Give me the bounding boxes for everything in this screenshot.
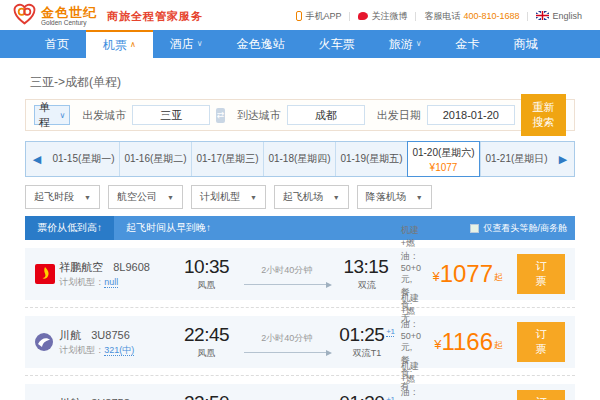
- hotline: 客服电话 400-810-1688: [416, 10, 527, 23]
- filter-arrival-airport[interactable]: 降落机场 ▼: [357, 185, 432, 209]
- nav-label: 火车票: [319, 30, 355, 58]
- weibo-label: 关注微博: [371, 10, 407, 23]
- next-dates-arrow-icon[interactable]: ▶: [552, 142, 574, 176]
- nav-item-lounge[interactable]: 金色逸站: [220, 30, 302, 58]
- depart-date-input[interactable]: [427, 105, 515, 125]
- page: 金色世纪 Golden Century 商旅全程管家服务 手机APP 关注微博 …: [0, 0, 600, 400]
- logo-en: Golden Century: [41, 20, 97, 27]
- dropdown-arrow-icon: ▼: [84, 194, 91, 201]
- nav-item-train[interactable]: 火车票: [302, 30, 372, 58]
- book-button[interactable]: 订票: [517, 322, 565, 362]
- main-nav: 首页 机票 ∧ 酒店 ∨ 金色逸站 火车票 旅游 ∨ 金卡 商城: [0, 30, 600, 58]
- nav-label: 机票: [103, 32, 127, 58]
- flight-list: 祥鹏航空8L9608 计划机型：null 10:35 凤凰 2小时40分钟 13…: [25, 248, 575, 308]
- flight-number: 8L9608: [113, 261, 150, 273]
- depart-city-label: 出发城市: [82, 108, 126, 123]
- top-links: 手机APP 关注微博 客服电话 400-810-1688: [288, 10, 590, 23]
- hotline-number: 400-810-1688: [463, 11, 519, 21]
- date-tab-0121[interactable]: 01-21(星期日): [480, 142, 552, 176]
- next-day-badge: +1: [386, 395, 394, 400]
- currency-symbol: ¥: [434, 337, 441, 352]
- book-button[interactable]: 订票: [517, 254, 565, 294]
- airline-name: 祥鹏航空: [59, 261, 103, 273]
- trip-type-select[interactable]: 单程 ∨: [34, 105, 70, 125]
- price: ¥1077起: [421, 262, 503, 286]
- date-tab-0120-selected[interactable]: 01-20(星期六) ¥1077: [407, 141, 480, 177]
- date-tab-label: 01-19(星期五): [340, 152, 402, 166]
- search-form: 单程 ∨ 出发城市 ⇄ 到达城市 出发日期 重新搜索: [25, 99, 575, 131]
- aircraft-type-link[interactable]: 321(中): [104, 345, 134, 356]
- arrival-airport: 双流: [337, 279, 397, 292]
- nav-label: 商城: [514, 30, 538, 58]
- heart-logo-icon: [12, 3, 37, 29]
- divider: [25, 307, 575, 308]
- date-tab-price: ¥1077: [430, 162, 458, 173]
- arrival-time: 01:25+1: [337, 324, 397, 346]
- date-tab-label: 01-15(星期一): [52, 152, 114, 166]
- swap-cities-icon[interactable]: ⇄: [216, 108, 225, 123]
- top-header: 金色世纪 Golden Century 商旅全程管家服务 手机APP 关注微博 …: [0, 0, 600, 30]
- arrival-airport: 双流T1: [337, 347, 397, 360]
- nav-label: 酒店: [170, 30, 194, 58]
- nav-item-card[interactable]: 金卡: [439, 30, 497, 58]
- filter-airline[interactable]: 航空公司 ▼: [108, 185, 183, 209]
- aircraft-label: 计划机型：: [59, 277, 104, 287]
- flight-list: 川航3U8758 计划机型：33B(大) 22:50 凤凰 2小时40分钟 01…: [25, 384, 575, 400]
- filter-label: 起飞机场: [283, 190, 323, 204]
- brand-tagline: 商旅全程管家服务: [107, 9, 203, 24]
- flight-duration: 2小时40分钟: [236, 332, 337, 345]
- premium-cabin-label: 仅查看头等舱/商务舱: [483, 222, 567, 235]
- flight-row-3U8758: 川航3U8758 计划机型：33B(大) 22:50 凤凰 2小时40分钟 01…: [25, 384, 575, 400]
- nav-label: 旅游: [389, 30, 413, 58]
- date-tab-0119[interactable]: 01-19(星期五): [335, 142, 407, 176]
- arrive-city-label: 到达城市: [237, 108, 281, 123]
- date-tab-0117[interactable]: 01-17(星期三): [191, 142, 263, 176]
- arrive-city-input[interactable]: [287, 105, 365, 125]
- filter-aircraft[interactable]: 计划机型 ▼: [191, 185, 266, 209]
- english-link[interactable]: English: [528, 11, 590, 22]
- search-again-button[interactable]: 重新搜索: [521, 94, 566, 136]
- nav-item-travel[interactable]: 旅游 ∨: [372, 30, 439, 58]
- nav-item-hotel[interactable]: 酒店 ∨: [153, 30, 220, 58]
- mobile-app-link[interactable]: 手机APP: [288, 10, 349, 23]
- arrival-time: 13:15: [337, 256, 397, 278]
- book-button[interactable]: 订票: [517, 390, 565, 400]
- nav-item-flights[interactable]: 机票 ∧: [86, 30, 153, 58]
- filter-departure-airport[interactable]: 起飞机场 ▼: [274, 185, 349, 209]
- date-tab-0115[interactable]: 01-15(星期一): [48, 142, 119, 176]
- dropdown-arrow-icon: ▼: [250, 194, 257, 201]
- date-tab-0118[interactable]: 01-18(星期四): [263, 142, 335, 176]
- brand-logo[interactable]: 金色世纪 Golden Century 商旅全程管家服务: [12, 3, 203, 29]
- sichuan-airlines-logo: [35, 333, 59, 351]
- aircraft-type-link[interactable]: null: [104, 277, 118, 288]
- departure-airport: 凤凰: [177, 279, 237, 292]
- price-suffix: 起: [494, 339, 503, 352]
- filter-label: 计划机型: [200, 190, 240, 204]
- filter-departure-time[interactable]: 起飞时段 ▼: [25, 185, 100, 209]
- flight-row-3U8756: 川航3U8756 计划机型：321(中) 22:45 凤凰 2小时40分钟 01…: [25, 316, 575, 368]
- filter-row: 起飞时段 ▼ 航空公司 ▼ 计划机型 ▼ 起飞机场 ▼ 降落机场 ▼: [25, 185, 575, 209]
- nav-item-home[interactable]: 首页: [28, 30, 86, 58]
- sort-by-price[interactable]: 票价从低到高↑: [25, 216, 114, 240]
- prev-dates-arrow-icon[interactable]: ◀: [26, 142, 48, 176]
- flight-arrow-icon: [244, 280, 330, 285]
- price: ¥1166起: [421, 330, 503, 354]
- nav-label: 金色逸站: [237, 30, 285, 58]
- flight-duration: 2小时40分钟: [236, 264, 337, 277]
- divider: [25, 375, 575, 376]
- premium-cabin-filter[interactable]: 仅查看头等舱/商务舱: [470, 222, 575, 235]
- date-tab-label: 01-17(星期三): [196, 152, 258, 166]
- uk-flag-icon: [536, 11, 549, 22]
- airline-name: 川航: [59, 329, 81, 341]
- nav-label: 金卡: [456, 30, 480, 58]
- nav-label: 首页: [45, 30, 69, 58]
- price-suffix: 起: [494, 271, 503, 284]
- sort-by-time[interactable]: 起飞时间从早到晚↑: [114, 216, 223, 240]
- date-tab-0116[interactable]: 01-16(星期二): [119, 142, 191, 176]
- checkbox-icon: [470, 224, 479, 233]
- date-tab-label: 01-18(星期四): [268, 152, 330, 166]
- depart-city-input[interactable]: [132, 105, 210, 125]
- weibo-link[interactable]: 关注微博: [350, 10, 415, 23]
- flight-row-8L9608: 祥鹏航空8L9608 计划机型：null 10:35 凤凰 2小时40分钟 13…: [25, 248, 575, 300]
- nav-item-mall[interactable]: 商城: [497, 30, 555, 58]
